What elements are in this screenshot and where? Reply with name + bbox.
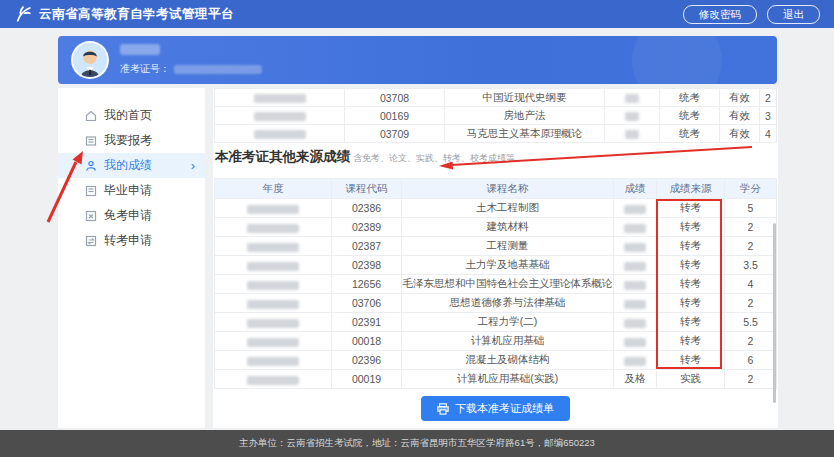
printer-icon xyxy=(437,403,449,415)
sidebar-item-3[interactable]: 我的成绩› xyxy=(58,153,205,178)
table-cell: 及格 xyxy=(614,370,657,389)
table-cell: 00018 xyxy=(332,332,402,351)
table-cell: 有效 xyxy=(720,125,760,143)
table-cell: 02391 xyxy=(332,313,402,332)
table-cell xyxy=(215,275,332,294)
table-cell: 毛泽东思想和中国特色社会主义理论体系概论 xyxy=(402,275,614,294)
sidebar-item-label: 我的成绩 xyxy=(104,157,152,174)
graduation-icon xyxy=(85,185,97,197)
table-cell xyxy=(614,237,657,256)
table-cell xyxy=(215,370,332,389)
table-cell xyxy=(215,294,332,313)
table-cell xyxy=(215,107,345,125)
banner-decoration xyxy=(632,36,722,84)
user-banner: 准考证号： xyxy=(58,36,777,84)
current-scores-table: 03708中国近现代史纲要统考有效200169房地产法统考有效303709马克思… xyxy=(214,88,777,143)
sidebar-item-4[interactable]: 毕业申请› xyxy=(58,178,205,203)
redacted-value xyxy=(247,376,299,385)
main-content: 03708中国近现代史纲要统考有效200169房地产法统考有效303709马克思… xyxy=(213,88,778,428)
table-cell xyxy=(614,294,657,313)
redacted-value xyxy=(624,300,646,309)
table-cell: 统考 xyxy=(660,107,720,125)
change-password-button[interactable]: 修改密码 xyxy=(683,5,757,24)
sidebar-item-5[interactable]: 免考申请› xyxy=(58,203,205,228)
table-cell xyxy=(215,351,332,370)
redacted-value xyxy=(624,281,646,290)
table-cell xyxy=(614,256,657,275)
column-header: 成绩来源 xyxy=(657,179,725,199)
table-cell: 12656 xyxy=(332,275,402,294)
table-cell: 2 xyxy=(725,294,777,313)
platform-logo-icon xyxy=(14,5,32,23)
column-header: 年度 xyxy=(215,179,332,199)
chevron-right-icon: › xyxy=(191,158,195,173)
table-cell: 转考 xyxy=(657,237,725,256)
home-icon xyxy=(85,110,97,122)
table-row: 02386土木工程制图转考5 xyxy=(215,199,777,218)
table-cell: 统考 xyxy=(660,125,720,143)
table-cell xyxy=(614,351,657,370)
column-header: 课程名称 xyxy=(402,179,614,199)
table-cell: 土力学及地基基础 xyxy=(402,256,614,275)
table-cell xyxy=(605,89,660,107)
table-cell: 6 xyxy=(725,351,777,370)
table-cell: 有效 xyxy=(720,107,760,125)
navbar-actions: 修改密码 退出 xyxy=(683,5,820,24)
table-cell xyxy=(215,256,332,275)
table-row: 02398土力学及地基基础转考3.5 xyxy=(215,256,777,275)
section-title: 本准考证其他来源成绩 xyxy=(215,148,350,166)
table-cell: 思想道德修养与法律基础 xyxy=(402,294,614,313)
table-cell: 02398 xyxy=(332,256,402,275)
logout-button[interactable]: 退出 xyxy=(767,5,820,24)
section-subtitle: 含免考、论文、实践、转考、校考成绩等 xyxy=(353,152,515,165)
column-header: 学分 xyxy=(725,179,777,199)
table-cell xyxy=(614,199,657,218)
sidebar-item-6[interactable]: 转考申请› xyxy=(58,228,205,253)
sidebar: 我的首页›我要报考›我的成绩›毕业申请›免考申请›转考申请› xyxy=(58,88,205,428)
table-row: 03706思想道德修养与法律基础转考2 xyxy=(215,294,777,313)
sidebar-item-label: 毕业申请 xyxy=(104,182,152,199)
table-cell xyxy=(215,218,332,237)
table-cell xyxy=(215,237,332,256)
table-cell: 转考 xyxy=(657,351,725,370)
table-cell: 马克思主义基本原理概论 xyxy=(445,125,605,143)
other-scores-section-header: 本准考证其他来源成绩 含免考、论文、实践、转考、校考成绩等 xyxy=(215,148,515,172)
table-cell: 建筑材料 xyxy=(402,218,614,237)
table-cell xyxy=(215,332,332,351)
table-cell: 00169 xyxy=(345,107,445,125)
footer-text: 主办单位：云南省招生考试院，地址：云南省昆明市五华区学府路61号，邮编65022… xyxy=(239,437,595,450)
content-scrollbar[interactable] xyxy=(773,223,776,403)
table-row: 12656毛泽东思想和中国特色社会主义理论体系概论转考4 xyxy=(215,275,777,294)
redacted-value xyxy=(624,243,646,252)
table-cell: 转考 xyxy=(657,275,725,294)
redacted-value xyxy=(625,112,639,121)
sidebar-menu: 我的首页›我要报考›我的成绩›毕业申请›免考申请›转考申请› xyxy=(58,103,205,253)
table-cell xyxy=(614,332,657,351)
sidebar-item-1[interactable]: 我的首页› xyxy=(58,103,205,128)
table-cell: 实践 xyxy=(657,370,725,389)
download-transcript-button[interactable]: 下载本准考证成绩单 xyxy=(421,396,570,421)
exam-id-label: 准考证号： xyxy=(120,62,170,76)
table-cell xyxy=(215,89,345,107)
redacted-value xyxy=(624,224,646,233)
redacted-value xyxy=(625,94,639,103)
user-name-redacted xyxy=(120,44,160,55)
table-cell: 03708 xyxy=(345,89,445,107)
sidebar-item-2[interactable]: 我要报考› xyxy=(58,128,205,153)
table-cell: 转考 xyxy=(657,218,725,237)
table-row: 00019计算机应用基础(实践)及格实践2 xyxy=(215,370,777,389)
redacted-value xyxy=(254,112,306,121)
table-row: 02387工程测量转考2 xyxy=(215,237,777,256)
top-navbar: 云南省高等教育自学考试管理平台 修改密码 退出 xyxy=(0,0,834,28)
table-cell: 计算机应用基础 xyxy=(402,332,614,351)
table-cell xyxy=(614,218,657,237)
table-cell: 转考 xyxy=(657,313,725,332)
redacted-value xyxy=(624,205,646,214)
table-cell: 2 xyxy=(725,237,777,256)
download-button-label: 下载本准考证成绩单 xyxy=(455,401,554,416)
table-row: 02389建筑材料转考2 xyxy=(215,218,777,237)
table-cell: 5.5 xyxy=(725,313,777,332)
redacted-value xyxy=(247,319,299,328)
table-cell: 4 xyxy=(760,125,777,143)
table-cell: 3.5 xyxy=(725,256,777,275)
